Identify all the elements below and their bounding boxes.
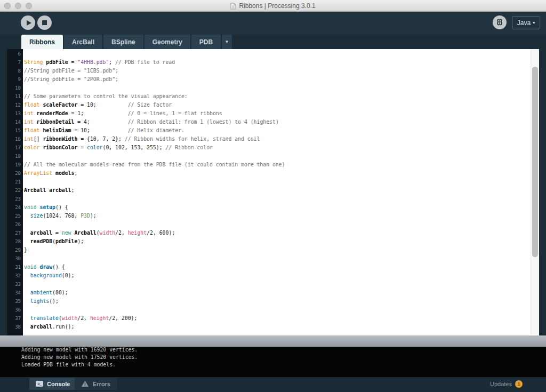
code-line	[24, 220, 530, 229]
line-number: 29	[7, 246, 23, 254]
debug-button[interactable]	[493, 15, 507, 29]
line-number: 21	[7, 178, 23, 186]
line-number: 35	[7, 297, 23, 306]
line-number-gutter: 6789101112131415161718192021222324252627…	[7, 49, 23, 335]
code-line: readPDB(pdbFile);	[24, 237, 530, 246]
sketch-tabbar: RibbonsArcBallBSplineGeometryPDB▼	[21, 35, 232, 49]
errors-tab-label: Errors	[93, 381, 110, 387]
code-line: void draw() {	[24, 263, 530, 271]
code-area[interactable]: String pdbFile = "4HHB.pdb"; // PDB file…	[23, 50, 530, 331]
code-line	[24, 306, 530, 314]
stop-button[interactable]	[37, 15, 52, 30]
line-number: 14	[7, 118, 23, 126]
code-line: int ribbonDetail = 4; // Ribbon detail: …	[24, 118, 530, 126]
line-number: 10	[7, 84, 23, 92]
tab-overflow-menu[interactable]: ▼	[222, 35, 232, 49]
line-number: 36	[7, 306, 23, 314]
processing-ide-window: Ribbons | Processing 3.0.1 Java ▾ Ribbon…	[0, 0, 546, 392]
line-number: 31	[7, 263, 23, 271]
line-number: 33	[7, 280, 23, 289]
play-icon	[27, 20, 31, 26]
document-icon	[230, 3, 236, 10]
line-number: 12	[7, 101, 23, 109]
line-number: 18	[7, 152, 23, 161]
code-line: background(0);	[24, 271, 530, 280]
tab-bspline[interactable]: BSpline	[103, 35, 143, 49]
mode-dropdown[interactable]: Java ▾	[512, 16, 540, 29]
code-line: ambient(80);	[24, 289, 530, 297]
code-line: int[] ribbonWidth = {10, 7, 2}; // Ribbo…	[24, 135, 530, 143]
code-line: //String pdbFile = "2POR.pdb";	[24, 75, 530, 84]
line-number: 25	[7, 212, 23, 220]
console-line: Adding new model with 17520 vertices.	[21, 354, 546, 361]
console-splitter[interactable]	[0, 335, 546, 347]
line-number: 37	[7, 314, 23, 323]
line-number: 9	[7, 75, 23, 84]
tab-errors[interactable]: Errors	[75, 378, 117, 390]
line-number: 11	[7, 92, 23, 101]
line-number: 13	[7, 109, 23, 118]
mode-label: Java	[517, 19, 531, 27]
code-line	[24, 50, 530, 58]
debug-butterfly-icon	[495, 18, 504, 27]
line-number: 19	[7, 161, 23, 169]
code-line: lights();	[24, 297, 530, 306]
updates-area[interactable]: Updates 1	[490, 377, 523, 391]
code-line: arcball.run();	[24, 323, 530, 331]
code-line: //String pdbFile = "1CBS.pdb";	[24, 67, 530, 75]
editor-scrollbar[interactable]	[531, 49, 539, 335]
footer: >_ Console Errors Updates 1	[0, 377, 546, 392]
line-number: 8	[7, 67, 23, 75]
code-line: }	[24, 246, 530, 254]
line-number: 38	[7, 323, 23, 331]
code-editor[interactable]: 6789101112131415161718192021222324252627…	[7, 49, 539, 335]
code-line: translate(width/2, height/2, 200);	[24, 314, 530, 323]
code-line: // All the molecular models read from th…	[24, 161, 530, 169]
console-tab-label: Console	[47, 381, 70, 387]
line-number: 28	[7, 237, 23, 246]
code-line: String pdbFile = "4HHB.pdb"; // PDB file…	[24, 58, 530, 67]
chevron-down-icon: ▾	[533, 20, 535, 25]
tab-geometry[interactable]: Geometry	[144, 35, 190, 49]
toolbar: Java ▾	[0, 12, 546, 35]
titlebar: Ribbons | Processing 3.0.1	[0, 0, 546, 12]
run-button[interactable]	[21, 15, 35, 30]
code-line: // Some parameters to control the visual…	[24, 92, 530, 101]
code-line	[24, 178, 530, 186]
code-line	[24, 280, 530, 289]
code-line: float scaleFactor = 10; // Size factor	[24, 101, 530, 109]
line-number: 6	[7, 50, 23, 58]
code-line: float helixDiam = 10; // Helix diameter.	[24, 126, 530, 135]
console-line: Loaded PDB file with 4 models.	[21, 361, 546, 369]
line-number: 16	[7, 135, 23, 143]
tab-console[interactable]: >_ Console	[29, 378, 76, 390]
tab-ribbons[interactable]: Ribbons	[21, 35, 63, 49]
warning-triangle-icon	[81, 380, 89, 387]
code-line: ArrayList models;	[24, 169, 530, 178]
stop-icon	[42, 20, 47, 25]
editor-scrollbar-thumb[interactable]	[532, 67, 538, 257]
line-number: 7	[7, 58, 23, 67]
code-line: size(1024, 768, P3D);	[24, 212, 530, 220]
line-number: 15	[7, 126, 23, 135]
tab-pdb[interactable]: PDB	[191, 35, 221, 49]
code-line: int renderMode = 1; // 0 = lines, 1 = fl…	[24, 109, 530, 118]
line-number: 26	[7, 220, 23, 229]
code-line	[24, 254, 530, 263]
code-line: arcball = new Arcball(width/2, height/2,…	[24, 229, 530, 237]
tab-arcball[interactable]: ArcBall	[64, 35, 102, 49]
code-line	[24, 195, 530, 203]
updates-label: Updates	[490, 381, 512, 387]
line-number: 22	[7, 186, 23, 195]
code-line	[24, 84, 530, 92]
terminal-icon: >_	[36, 381, 43, 387]
line-number: 32	[7, 271, 23, 280]
console-output[interactable]: Adding new model with 16920 vertices.Add…	[0, 347, 546, 377]
console-line: Adding new model with 16920 vertices.	[21, 347, 546, 354]
line-number: 27	[7, 229, 23, 237]
code-line: void setup() {	[24, 203, 530, 212]
line-number: 30	[7, 254, 23, 263]
line-number: 23	[7, 195, 23, 203]
line-number: 34	[7, 289, 23, 297]
code-line: color ribbonColor = color(0, 102, 153, 2…	[24, 143, 530, 152]
